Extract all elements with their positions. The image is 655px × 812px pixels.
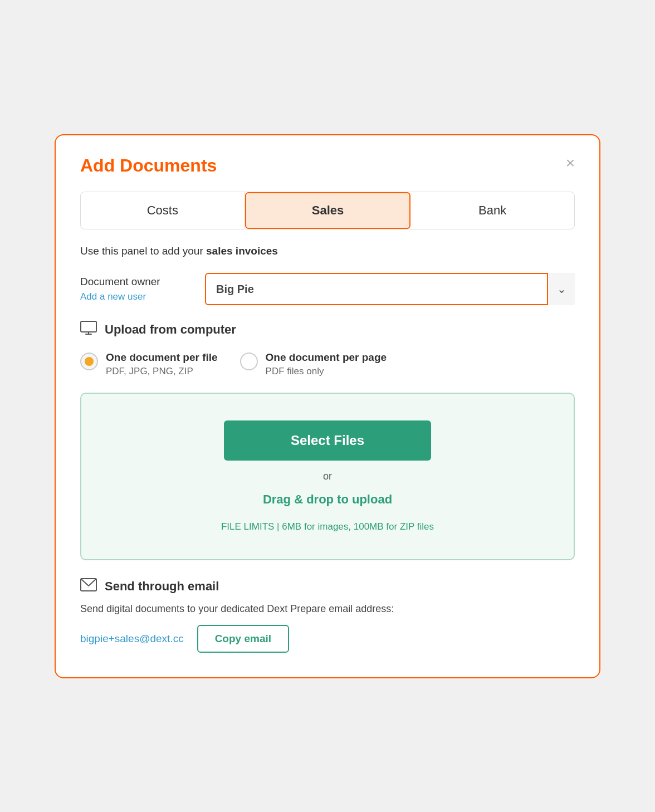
modal-title: Add Documents [80,155,217,176]
envelope-icon [80,578,97,595]
owner-row: Document owner Add a new user Big Pie ⌄ [80,273,575,305]
drop-zone[interactable]: Select Files or Drag & drop to upload FI… [80,393,575,560]
radio-label-one-per-page: One document per page [266,351,387,364]
add-documents-modal: Add Documents × Costs Sales Bank Use thi… [55,134,600,678]
modal-header: Add Documents × [80,155,575,176]
monitor-icon [80,321,97,339]
email-actions: bigpie+sales@dext.cc Copy email [80,625,575,653]
copy-email-button[interactable]: Copy email [197,625,289,653]
panel-description: Use this panel to add your sales invoice… [80,245,575,257]
email-section-heading: Send through email [80,578,575,595]
add-new-user-link[interactable]: Add a new user [80,291,146,302]
radio-circle-one-per-file [80,353,98,370]
radio-sub-one-per-page: PDF files only [266,366,387,377]
svg-rect-0 [81,321,96,332]
or-text: or [323,471,332,482]
radio-group: One document per file PDF, JPG, PNG, ZIP… [80,351,575,377]
select-files-button[interactable]: Select Files [224,420,431,461]
file-limits-text: FILE LIMITS | 6MB for images, 100MB for … [221,521,434,532]
radio-circle-one-per-page [240,353,258,370]
drag-drop-text: Drag & drop to upload [263,492,392,507]
radio-dot-one-per-file [85,357,94,366]
owner-select-wrapper: Big Pie ⌄ [205,273,575,305]
description-bold: sales invoices [206,245,278,257]
upload-section-heading: Upload from computer [80,321,575,339]
tab-bank[interactable]: Bank [410,192,574,229]
description-prefix: Use this panel to add your [80,245,206,257]
close-button[interactable]: × [566,155,575,171]
upload-section-label: Upload from computer [105,322,236,337]
radio-one-per-file[interactable]: One document per file PDF, JPG, PNG, ZIP [80,351,218,377]
tab-costs[interactable]: Costs [81,192,245,229]
tab-sales[interactable]: Sales [245,192,411,229]
email-description: Send digital documents to your dedicated… [80,603,575,615]
owner-select[interactable]: Big Pie [205,273,575,305]
email-address-link[interactable]: bigpie+sales@dext.cc [80,633,184,645]
radio-one-per-page[interactable]: One document per page PDF files only [240,351,387,377]
owner-label: Document owner [80,276,192,288]
owner-left: Document owner Add a new user [80,276,192,302]
radio-label-one-per-file: One document per file [106,351,218,364]
email-section-label: Send through email [105,579,219,594]
tab-group: Costs Sales Bank [80,192,575,229]
radio-sub-one-per-file: PDF, JPG, PNG, ZIP [106,366,218,377]
